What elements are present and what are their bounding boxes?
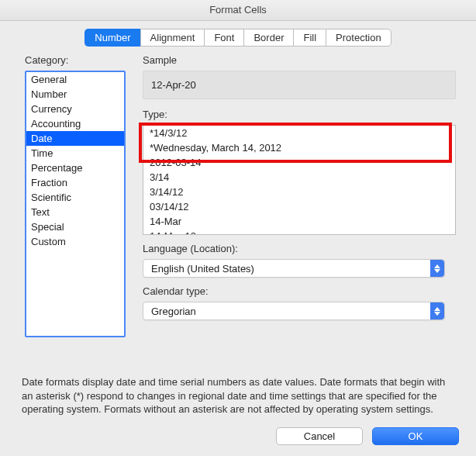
sample-value: 12-Apr-20 [143, 71, 456, 99]
tab-number[interactable]: Number [85, 29, 140, 47]
category-label: Category: [25, 54, 126, 66]
chevron-updown-icon [430, 302, 444, 320]
category-item-text[interactable]: Text [26, 205, 124, 219]
type-item[interactable]: 14-Mar [143, 214, 455, 229]
chevron-updown-icon [430, 260, 444, 277]
category-item-general[interactable]: General [26, 72, 124, 87]
category-item-fraction[interactable]: Fraction [26, 175, 124, 190]
footer-description: Date formats display date and time seria… [0, 375, 476, 423]
calendar-value: Gregorian [151, 306, 196, 317]
category-item-accounting[interactable]: Accounting [26, 116, 124, 131]
sample-label: Sample [143, 54, 456, 66]
dialog-title: Format Cells [0, 0, 476, 21]
type-item[interactable]: *14/3/12 [143, 126, 455, 140]
category-item-custom[interactable]: Custom [26, 234, 124, 249]
type-item[interactable]: 14-Mar-12 [143, 229, 455, 235]
dialog-buttons: Cancel OK [0, 423, 476, 456]
tab-fill[interactable]: Fill [293, 29, 326, 47]
language-select[interactable]: English (United States) [143, 259, 445, 278]
category-item-percentage[interactable]: Percentage [26, 161, 124, 175]
category-item-special[interactable]: Special [26, 219, 124, 234]
tab-border[interactable]: Border [243, 29, 293, 47]
category-item-currency[interactable]: Currency [26, 102, 124, 116]
tab-font[interactable]: Font [204, 29, 243, 47]
type-item[interactable]: 2012-03-14 [143, 155, 455, 170]
category-item-number[interactable]: Number [26, 87, 124, 102]
cancel-button[interactable]: Cancel [276, 427, 363, 445]
calendar-select[interactable]: Gregorian [143, 302, 445, 320]
type-item[interactable]: 3/14/12 [143, 185, 455, 199]
format-cells-dialog: Format Cells Number Alignment Font Borde… [0, 0, 476, 456]
tab-alignment[interactable]: Alignment [140, 29, 205, 47]
category-list[interactable]: General Number Currency Accounting Date … [25, 71, 126, 337]
calendar-label: Calendar type: [143, 285, 456, 297]
type-item[interactable]: 3/14 [143, 170, 455, 185]
language-label: Language (Location): [143, 243, 456, 254]
type-list[interactable]: *14/3/12 *Wednesday, March 14, 2012 2012… [143, 125, 456, 235]
category-item-date[interactable]: Date [26, 131, 124, 146]
category-item-time[interactable]: Time [26, 146, 124, 161]
tab-protection[interactable]: Protection [326, 29, 391, 47]
type-item[interactable]: 03/14/12 [143, 199, 455, 214]
category-item-scientific[interactable]: Scientific [26, 190, 124, 205]
tab-bar: Number Alignment Font Border Fill Protec… [0, 29, 476, 47]
ok-button[interactable]: OK [372, 427, 459, 445]
type-item[interactable]: *Wednesday, March 14, 2012 [143, 140, 455, 155]
language-value: English (United States) [151, 263, 254, 275]
type-label: Type: [143, 109, 456, 120]
